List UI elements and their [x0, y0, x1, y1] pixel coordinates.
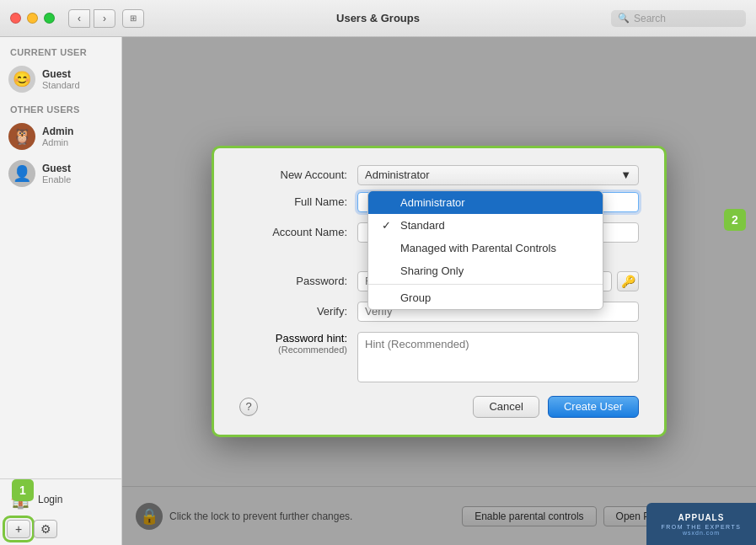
- user-info: Guest Standard: [42, 68, 80, 90]
- sidebar-user-guest[interactable]: 😊 Guest Standard: [0, 61, 121, 98]
- new-account-label: New Account:: [239, 168, 357, 181]
- help-button[interactable]: ?: [239, 398, 258, 416]
- dialog-footer: ? Cancel Create User: [239, 396, 639, 418]
- password-hint-row: Password hint: (Recommended): [239, 332, 639, 382]
- hint-textarea[interactable]: [357, 332, 639, 382]
- user-role: Admin: [42, 137, 73, 147]
- badge-1: 1: [12, 479, 34, 501]
- account-type-dropdown: Administrator Standard Managed with Pare…: [367, 190, 603, 310]
- grid-view-button[interactable]: ⊞: [122, 9, 144, 28]
- forward-button[interactable]: ›: [94, 9, 115, 28]
- new-account-dialog: New Account: Administrator ▼ Administrat…: [212, 146, 667, 437]
- chevron-down-icon: ▼: [620, 168, 631, 181]
- logo-area: APPUALS FROM THE EXPERTS wsxdn.com: [646, 503, 756, 545]
- footer-buttons: Cancel Create User: [473, 396, 639, 418]
- search-placeholder: Search: [634, 13, 666, 24]
- logo-text: APPUALS: [678, 513, 725, 522]
- close-button[interactable]: [10, 13, 21, 24]
- traffic-lights: [10, 13, 55, 24]
- dropdown-menu: Administrator Standard Managed with Pare…: [367, 190, 603, 310]
- logo-domain: wsxdn.com: [683, 530, 720, 536]
- login-text: Login: [38, 494, 62, 505]
- settings-button[interactable]: ⚙: [34, 520, 57, 538]
- window-title: Users & Groups: [336, 12, 420, 24]
- dropdown-item-managed[interactable]: Managed with Parental Controls: [368, 237, 603, 259]
- current-user-label: Current User: [0, 44, 121, 61]
- password-label: Password:: [239, 275, 357, 287]
- avatar: 🦉: [8, 123, 35, 150]
- nav-buttons: ‹ ›: [68, 9, 115, 28]
- hint-sublabel-text: (Recommended): [278, 345, 347, 355]
- modal-overlay: New Account: Administrator ▼ Administrat…: [122, 37, 756, 545]
- dropdown-item-administrator[interactable]: Administrator: [368, 191, 603, 214]
- hint-label-text: Password hint:: [276, 332, 347, 345]
- right-panel: New Account: Administrator ▼ Administrat…: [122, 37, 756, 545]
- user-role: Enable: [42, 174, 71, 184]
- user-name: Guest: [42, 163, 71, 174]
- avatar: 😊: [8, 66, 35, 93]
- dropdown-item-group[interactable]: Group: [368, 286, 603, 309]
- main-content: Current User 😊 Guest Standard Other User…: [0, 37, 756, 545]
- sidebar-user-guest2[interactable]: 👤 Guest Enable: [0, 155, 121, 192]
- user-name: Admin: [42, 126, 73, 137]
- maximize-button[interactable]: [44, 13, 55, 24]
- add-user-button[interactable]: +: [7, 520, 30, 538]
- minimize-button[interactable]: [27, 13, 38, 24]
- search-box[interactable]: 🔍 Search: [611, 10, 746, 27]
- full-name-label: Full Name:: [239, 195, 357, 208]
- new-account-row: New Account: Administrator ▼ Administrat…: [239, 165, 639, 185]
- dropdown-item-sharing[interactable]: Sharing Only: [368, 259, 603, 282]
- cancel-button[interactable]: Cancel: [473, 396, 539, 418]
- verify-label: Verify:: [239, 305, 357, 318]
- password-hint-label: Password hint: (Recommended): [239, 332, 357, 355]
- new-account-select[interactable]: Administrator ▼: [357, 165, 639, 185]
- dropdown-divider: [368, 284, 603, 285]
- badge-2: 2: [724, 209, 746, 231]
- sidebar-actions: + ⚙: [7, 520, 115, 538]
- sidebar: Current User 😊 Guest Standard Other User…: [0, 37, 122, 545]
- account-name-label: Account Name:: [239, 226, 357, 238]
- titlebar: ‹ › ⊞ Users & Groups 🔍 Search: [0, 0, 756, 37]
- search-icon: 🔍: [618, 13, 630, 24]
- other-users-label: Other Users: [0, 98, 121, 118]
- avatar: 👤: [8, 160, 35, 187]
- create-user-button[interactable]: Create User: [548, 396, 639, 418]
- user-role: Standard: [42, 80, 80, 90]
- sidebar-user-admin[interactable]: 🦉 Admin Admin: [0, 118, 121, 155]
- user-info: Admin Admin: [42, 126, 73, 147]
- user-name: Guest: [42, 68, 80, 80]
- back-button[interactable]: ‹: [68, 9, 90, 28]
- dropdown-item-standard[interactable]: Standard: [368, 214, 603, 237]
- logo-tagline: FROM THE EXPERTS: [662, 524, 742, 530]
- user-info: Guest Enable: [42, 163, 71, 184]
- key-button[interactable]: 🔑: [617, 271, 639, 291]
